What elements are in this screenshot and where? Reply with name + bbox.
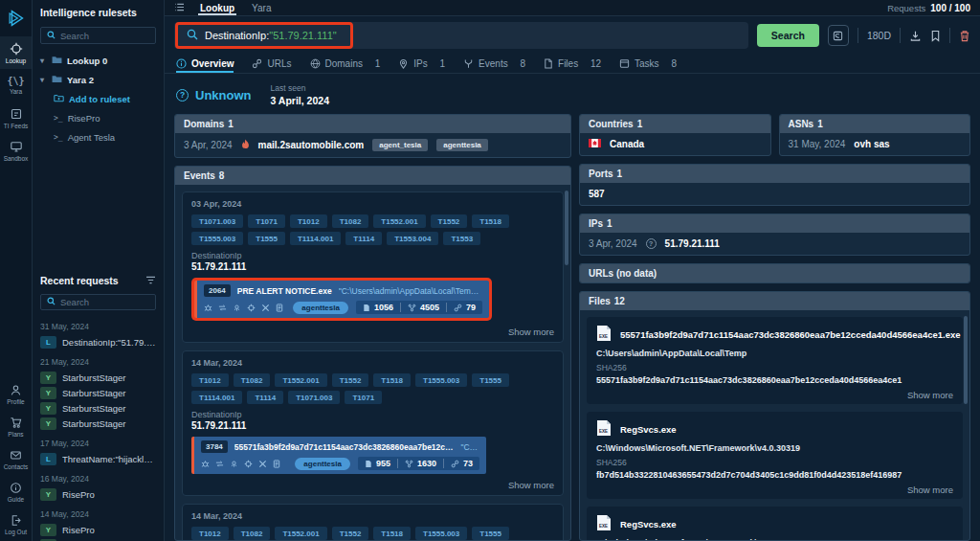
recent-search[interactable] bbox=[40, 294, 156, 310]
recent-item[interactable]: L ThreatName:"hijackload... bbox=[40, 451, 156, 466]
show-more-link[interactable]: Show more bbox=[907, 485, 953, 495]
ip-row[interactable]: 3 Apr, 2024 ? 51.79.21.111 bbox=[580, 233, 969, 255]
technique-badge[interactable]: T1552.001 bbox=[275, 527, 326, 540]
technique-badge[interactable]: T1518 bbox=[373, 527, 411, 540]
delete-button[interactable] bbox=[959, 30, 970, 42]
scrollbar-thumb[interactable] bbox=[565, 191, 568, 265]
technique-badge[interactable]: T1553 bbox=[443, 232, 480, 245]
query-input[interactable]: DestinationIp:"51.79.21.111" bbox=[174, 22, 748, 49]
port-row[interactable]: 587 bbox=[580, 183, 969, 205]
technique-badge[interactable]: T1114.001 bbox=[191, 391, 242, 404]
technique-badge[interactable]: T1071.003 bbox=[191, 214, 243, 228]
technique-badge[interactable]: T1555.003 bbox=[415, 527, 467, 540]
recent-item[interactable]: Y StarburstStager bbox=[40, 416, 156, 431]
rail-item-lookup[interactable]: Lookup bbox=[0, 36, 32, 69]
process-row-highlighted annotation-box-process[interactable]: 2064 PRE ALERT NOTICE.exe "C:\Users\admi… bbox=[194, 281, 489, 318]
technique-badge[interactable]: T1552.001 bbox=[373, 214, 425, 228]
recent-item[interactable]: Y RisePro bbox=[40, 522, 156, 537]
technique-badge[interactable]: T1071 bbox=[248, 214, 285, 228]
country-row[interactable]: Canada bbox=[580, 133, 770, 155]
export-button[interactable] bbox=[909, 30, 922, 42]
query-templates-button[interactable] bbox=[828, 25, 849, 46]
rail-item-ti-feeds[interactable]: TI Feeds bbox=[0, 101, 32, 134]
technique-badge[interactable]: T1518 bbox=[373, 373, 411, 387]
technique-badge[interactable]: T1555 bbox=[472, 373, 509, 387]
list-icon[interactable] bbox=[174, 3, 185, 13]
show-more-link[interactable]: Show more bbox=[508, 327, 554, 337]
domain-row[interactable]: 3 Apr, 2024 mail.2sautomobile.com agent_… bbox=[175, 133, 570, 157]
show-more-link[interactable]: Show more bbox=[508, 480, 554, 490]
rail-item-plans[interactable]: Plans bbox=[0, 411, 32, 443]
technique-badge[interactable]: T1518 bbox=[472, 214, 509, 228]
recent-item[interactable]: Y RisePro bbox=[40, 486, 156, 502]
recent-item[interactable]: Y StarburstStager bbox=[40, 370, 156, 385]
malware-tag[interactable]: agenttesla bbox=[436, 139, 488, 151]
technique-badge[interactable]: T1553.004 bbox=[387, 232, 438, 245]
technique-badge[interactable]: T1114 bbox=[345, 232, 382, 245]
sha-hash[interactable]: 55571fa3b9f2d9a7d71c1154aac73dc3826860ea… bbox=[596, 375, 953, 385]
recent-item[interactable]: L DestinationIp:"51.79.21... bbox=[40, 334, 156, 349]
technique-badge[interactable]: T1114 bbox=[247, 391, 283, 404]
tab-events[interactable]: Events 8 bbox=[463, 54, 525, 73]
technique-badge[interactable]: T1071.003 bbox=[288, 391, 340, 404]
tree-item-risepro[interactable]: >_ RisePro bbox=[40, 111, 156, 125]
tab-files[interactable]: Files 12 bbox=[544, 54, 601, 73]
recent-requests-panel: Recent requests 31 May, 2024 L Destinati… bbox=[40, 275, 156, 541]
file-name[interactable]: RegSvcs.exe bbox=[620, 424, 677, 435]
bookmark-button[interactable] bbox=[930, 30, 941, 42]
technique-badge[interactable]: T1012 bbox=[191, 527, 229, 540]
show-more-link[interactable]: Show more bbox=[907, 390, 953, 400]
sha-hash[interactable]: fb7d514b3322810463655473d2d7c704d3405c1c… bbox=[596, 470, 953, 480]
technique-badge[interactable]: T1114.001 bbox=[290, 232, 341, 245]
tree-item-yara-folder[interactable]: ▾ Yara 2 bbox=[40, 73, 156, 87]
technique-badge[interactable]: T1552 bbox=[431, 214, 468, 228]
app-logo[interactable] bbox=[0, 0, 32, 36]
rulesets-search-input[interactable] bbox=[60, 31, 149, 41]
technique-badge[interactable]: T1082 bbox=[234, 527, 271, 540]
malware-tag[interactable]: agent_tesla bbox=[372, 139, 428, 151]
technique-badge[interactable]: T1071 bbox=[345, 391, 382, 404]
period-selector[interactable]: 180D bbox=[867, 30, 891, 41]
technique-badge[interactable]: T1082 bbox=[332, 214, 369, 228]
technique-badge[interactable]: T1555 bbox=[472, 527, 509, 540]
tab-tasks[interactable]: Tasks 8 bbox=[619, 54, 677, 73]
rail-item-guide[interactable]: Guide bbox=[0, 476, 32, 508]
tab-urls[interactable]: URLs bbox=[252, 54, 291, 73]
topbar-tab-lookup[interactable]: Lookup bbox=[198, 0, 236, 15]
tree-item-agent-tesla[interactable]: >_ Agent Tesla bbox=[40, 130, 156, 145]
rail-item-yara[interactable]: {\} Yara bbox=[0, 69, 32, 101]
rail-item-sandbox[interactable]: Sandbox bbox=[0, 134, 32, 167]
recent-item[interactable]: Y StarburstStager bbox=[40, 400, 156, 416]
recent-item[interactable]: Y New Rule bbox=[40, 537, 156, 541]
rail-item-profile[interactable]: Profile bbox=[0, 378, 32, 411]
tab-overview[interactable]: Overview bbox=[176, 54, 234, 73]
technique-badge[interactable]: T1555.003 bbox=[191, 232, 243, 245]
scrollbar-thumb[interactable] bbox=[964, 316, 968, 404]
search-button[interactable]: Search bbox=[757, 24, 819, 47]
technique-badge[interactable]: T1555 bbox=[248, 232, 285, 245]
technique-badge[interactable]: T1082 bbox=[234, 373, 271, 387]
process-row[interactable]: 3784 55571fa3b9f2d9a7d71c1154aac73dc3826… bbox=[191, 437, 486, 474]
technique-badge[interactable]: T1012 bbox=[290, 214, 327, 228]
technique-badge[interactable]: T1012 bbox=[191, 373, 229, 387]
tab-ips[interactable]: IPs 1 bbox=[398, 54, 445, 73]
file-name[interactable]: 55571fa3b9f2d9a7d71c1154aac73dc3826860ea… bbox=[620, 329, 961, 340]
tree-item-add-to-ruleset[interactable]: Add to ruleset bbox=[40, 92, 156, 106]
file-name[interactable]: RegSvcs.exe bbox=[620, 519, 677, 530]
malware-family-tag[interactable]: agenttesla bbox=[293, 302, 348, 314]
malware-family-tag[interactable]: agenttesla bbox=[295, 458, 350, 470]
tab-domains[interactable]: Domains 1 bbox=[310, 54, 381, 73]
recent-item[interactable]: Y StarburstStager bbox=[40, 385, 156, 400]
technique-badge[interactable]: T1552 bbox=[332, 373, 369, 387]
technique-badge[interactable]: T1552 bbox=[332, 527, 369, 540]
technique-badge[interactable]: T1555.003 bbox=[415, 373, 467, 387]
tree-item-lookup-folder[interactable]: ▾ Lookup 0 bbox=[40, 54, 156, 68]
rulesets-search[interactable] bbox=[40, 27, 156, 44]
technique-badge[interactable]: T1552.001 bbox=[275, 373, 326, 387]
topbar-tab-yara[interactable]: Yara bbox=[250, 0, 273, 15]
asn-row[interactable]: 31 May, 2024 ovh sas bbox=[780, 133, 970, 155]
rail-item-contacts[interactable]: Contacts bbox=[0, 443, 32, 476]
rail-item-logout[interactable]: Log Out bbox=[0, 508, 32, 541]
filter-icon[interactable] bbox=[145, 276, 156, 286]
recent-search-input[interactable] bbox=[60, 297, 149, 307]
